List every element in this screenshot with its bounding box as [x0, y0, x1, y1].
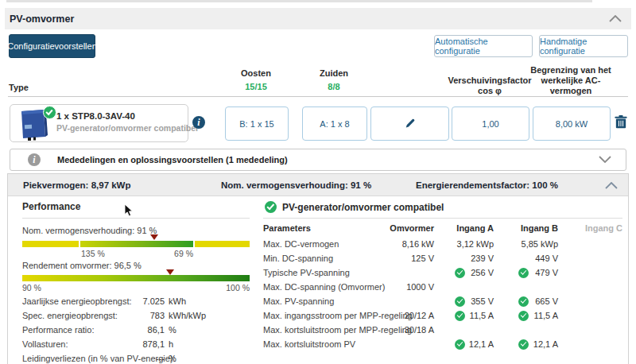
column-type: Type — [9, 83, 29, 93]
column-east: Oosten 15/15 — [225, 68, 287, 92]
mouse-cursor — [124, 203, 134, 219]
stat-row: Performance ratio: 86,1 % — [22, 323, 250, 338]
section-title: PV-omvormer — [10, 14, 74, 25]
column-south: Zuiden 8/8 — [302, 68, 366, 92]
inverter-card[interactable]: 1 x STP8.0-3AV-40 PV-generator/omvormer … — [10, 104, 188, 142]
table-row: Max. DC-spanning (Omvormer) 1000 V — [263, 281, 625, 295]
section-header[interactable]: PV-omvormer — [5, 8, 631, 29]
gauge2-tick-right: 100 % — [226, 283, 250, 292]
messages-label: Mededelingen en oplossingsvoorstellen (1… — [57, 155, 288, 165]
performance-panel: Performance Nom. vermogensverhouding: 91… — [22, 196, 250, 364]
gauge1-label: Nom. vermogensverhouding: 91 % — [22, 226, 157, 235]
table-header: Parameters Omvormer Ingang A Ingang B In… — [263, 223, 625, 235]
stat-row: Vollasturen: 878,1 h — [22, 338, 250, 352]
messages-bar[interactable]: i Mededelingen en oplossingsvoorstellen … — [10, 149, 626, 171]
summary-bar[interactable]: Piekvermogen: 8,97 kWp Nom. vermogensver… — [8, 174, 628, 196]
performance-stats: Jaarlijkse energieopbrengst: 7.025 kWh S… — [22, 295, 250, 364]
results-panel: Piekvermogen: 8,97 kWp Nom. vermogensver… — [7, 173, 629, 364]
divider — [22, 218, 250, 219]
pencil-icon — [405, 118, 416, 130]
gauge1-tick-right: 69 % — [174, 249, 193, 258]
header-separator — [8, 96, 628, 97]
parameters-table: Max. DC-vermogen 8,16 kW 3,12 kWp 5,85 k… — [263, 238, 625, 352]
south-config-box[interactable]: A: 1 x 8 — [302, 106, 367, 141]
peak-power: Piekvermogen: 8,97 kWp — [23, 180, 131, 190]
east-label: Oosten — [225, 68, 287, 79]
check-circle-icon — [265, 201, 277, 213]
info-icon[interactable]: i — [192, 116, 205, 129]
details-area: Performance Nom. vermogensverhouding: 91… — [8, 196, 628, 364]
manual-config-button[interactable]: Handmatige configuratie — [539, 35, 628, 57]
auto-config-button[interactable]: Automatische configuratie — [434, 35, 533, 57]
inverter-name: 1 x STP8.0-3AV-40 — [56, 111, 135, 121]
table-row: Max. kortsluitstroom PV 12,1 A 12,1 A — [263, 338, 625, 352]
gauge2-label: Rendement omvormer: 96,5 % — [22, 261, 142, 270]
east-config-box[interactable]: B: 1 x 15 — [225, 106, 289, 141]
compatibility-panel: PV-generator/omvormer compatibel Paramet… — [263, 196, 625, 364]
energy-efficiency-factor: Energierendementsfactor: 100 % — [416, 180, 558, 190]
info-icon: i — [28, 153, 41, 166]
trash-icon[interactable] — [615, 115, 627, 130]
stat-row: Leidingverliezen (in % van PV-energie): … — [22, 352, 250, 364]
ac-limit-value-box[interactable]: 8,00 kW — [533, 106, 611, 141]
south-module-count: 8/8 — [302, 82, 366, 92]
table-row: Min. DC-spanning 125 V 239 V 449 V — [263, 252, 625, 266]
inverter-compat-status: PV-generator/omvormer compatibel — [56, 123, 198, 133]
compatibility-title: PV-generator/omvormer compatibel — [282, 202, 444, 213]
edit-config-box[interactable] — [370, 106, 449, 141]
stat-row: Spec. energieopbrengst: 783 kWh/kWp — [22, 309, 250, 323]
table-row: Max. ingangsstroom per MPP-regeling 20/1… — [263, 309, 625, 323]
chevron-down-icon[interactable] — [599, 155, 611, 165]
chevron-up-icon[interactable] — [605, 181, 618, 191]
performance-title: Performance — [22, 201, 80, 212]
table-row: Max. DC-vermogen 8,16 kW 3,12 kWp 5,85 k… — [263, 238, 625, 252]
table-row: Max. kortsluitstroom per MPP-regeling 30… — [263, 323, 625, 338]
chevron-up-icon[interactable] — [609, 14, 622, 24]
column-ac-limit: Begrenzing van het werkelijke AC- vermog… — [525, 65, 616, 96]
south-label: Zuiden — [302, 68, 366, 79]
stat-row: Jaarlijkse energieopbrengst: 7.025 kWh — [22, 295, 250, 309]
nominal-power-ratio: Nom. vermogensverhouding: 91 % — [221, 180, 371, 190]
cos-phi-value-box[interactable]: 1,00 — [452, 106, 529, 141]
gauge2-bar — [22, 275, 250, 281]
gauge1-tick-left: 135 % — [81, 249, 105, 258]
gauge2-marker — [166, 269, 174, 275]
gauge1-bar — [22, 241, 250, 247]
table-row: Typische PV-spanning 256 V 479 V — [263, 266, 625, 281]
previous-section-edge — [6, 0, 592, 2]
gauge1-marker — [150, 234, 158, 240]
divider — [263, 218, 622, 219]
check-circle-icon — [43, 106, 56, 119]
config-proposals-button[interactable]: Configuratievoorstellen — [9, 34, 95, 58]
table-row: Max. PV-spanning 355 V 665 V — [263, 295, 625, 309]
gauge2-tick-left: 90 % — [22, 283, 41, 292]
east-module-count: 15/15 — [225, 82, 287, 92]
